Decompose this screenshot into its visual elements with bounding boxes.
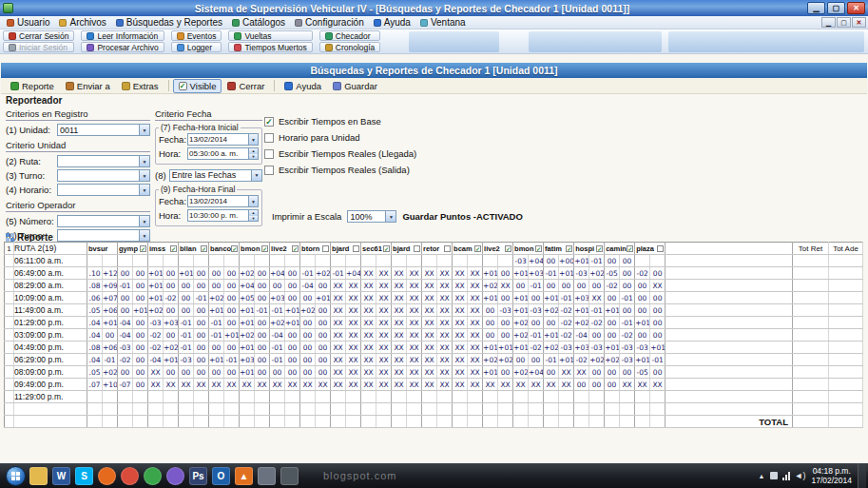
column-checkbox[interactable]: ✓ [627, 245, 633, 252]
spin-down-icon[interactable]: ▼ [249, 154, 258, 160]
hidden-icons-button[interactable]: ▲ [759, 473, 765, 479]
close-button[interactable]: ✕ [847, 2, 865, 14]
hora-inicial-input[interactable]: 05:30:00 a. m. ▲▼ [187, 147, 259, 160]
column-checkbox[interactable]: ✓ [566, 245, 572, 252]
report-toolbar-button-reporte[interactable]: Reporte [5, 79, 60, 93]
chrome-icon[interactable] [121, 467, 139, 485]
chevron-down-icon[interactable]: ▼ [139, 170, 149, 181]
toolbar-button-logger[interactable]: Logger [171, 42, 222, 52]
toolbar-button-tiempos-muertos[interactable]: Tiempos Muertos [228, 42, 312, 52]
start-button[interactable] [6, 466, 26, 486]
option-tiempos-reales-llegada[interactable]: Escribir Tiempos Reales (Llegada) [264, 146, 550, 162]
vlc-icon[interactable]: ▲ [235, 467, 253, 485]
report-toolbar-button-extras[interactable]: Extras [116, 79, 164, 93]
calendar-dropdown-icon[interactable]: ▼ [248, 134, 258, 145]
visible-checkbox-icon[interactable]: ✓ [179, 82, 187, 90]
column-checkbox[interactable] [414, 245, 420, 252]
escala-combo[interactable]: 100% ▼ [347, 210, 396, 223]
menu-item-configuracion[interactable]: Configuración [290, 16, 369, 29]
chevron-down-icon[interactable]: ▼ [251, 170, 261, 181]
column-checkbox[interactable] [322, 245, 329, 252]
turno-operador-combo[interactable]: ▼ [57, 229, 150, 242]
toolbar-button-vueltas[interactable]: Vueltas [228, 30, 312, 41]
column-checkbox[interactable]: ✓ [201, 245, 207, 252]
toolbar-button-iniciar-sesion[interactable]: Iniciar Sesión [3, 42, 74, 52]
column-checkbox[interactable]: ✓ [505, 245, 511, 252]
menu-item-ventana[interactable]: Ventana [415, 16, 471, 29]
unidad-combo[interactable]: 0011 ▼ [57, 124, 150, 136]
menu-item-archivos[interactable]: Archivos [54, 16, 110, 29]
report-toolbar-button-guardar[interactable]: Guardar [327, 79, 383, 93]
column-checkbox[interactable]: ✓ [292, 245, 299, 252]
column-checkbox[interactable]: ✓ [535, 245, 542, 252]
toolbar-button-leer-informacion[interactable]: Leer Información [81, 30, 164, 41]
column-checkbox[interactable]: ✓ [261, 245, 268, 252]
media-player-icon[interactable] [144, 467, 162, 485]
horario-combo[interactable]: ▼ [57, 184, 150, 196]
volume-icon[interactable]: ◄) [795, 471, 806, 480]
column-checkbox[interactable]: ✓ [140, 245, 146, 252]
spin-down-icon[interactable]: ▼ [249, 216, 258, 222]
chevron-down-icon[interactable]: ▼ [139, 185, 149, 195]
checkbox-icon[interactable] [264, 149, 274, 159]
word-icon[interactable]: W [52, 467, 70, 485]
column-checkbox[interactable]: ✓ [170, 245, 177, 252]
turno-combo[interactable]: ▼ [57, 169, 150, 182]
folder-icon[interactable] [29, 467, 48, 485]
menu-item-usuario[interactable]: Usuario [2, 16, 54, 29]
maximize-button[interactable]: ▢ [827, 2, 845, 14]
chevron-down-icon[interactable]: ▼ [139, 125, 149, 135]
checkbox-icon[interactable] [264, 166, 274, 175]
tray-app-icon[interactable] [770, 472, 778, 479]
option-horario-para-unidad[interactable]: Horario para Unidad [264, 129, 550, 146]
itunes-icon[interactable] [166, 467, 184, 485]
chevron-down-icon[interactable]: ▼ [139, 230, 149, 241]
column-checkbox[interactable]: ✓ [474, 245, 481, 252]
rango-combo[interactable]: Entre las Fechas ▼ [169, 169, 262, 182]
column-checkbox[interactable] [657, 245, 664, 252]
option-tiempos-reales-salida[interactable]: Escribir Tiempos Reales (Salida) [264, 162, 550, 178]
mdi-minimize-button[interactable]: ▁ [821, 17, 836, 28]
column-checkbox[interactable] [353, 245, 359, 252]
firefox-icon[interactable] [98, 467, 116, 485]
toolbar-button-cerrar-sesion[interactable]: Cerrar Sesión [3, 30, 74, 41]
option-escribir-tiempos-en-base[interactable]: ✓ Escribir Tiempos en Base [264, 113, 550, 129]
mdi-restore-button[interactable]: ▢ [837, 17, 851, 28]
toolbar-button-procesar-archivo[interactable]: Procesar Archivo [81, 42, 164, 52]
menu-item-catalogos[interactable]: Catálogos [227, 16, 290, 29]
column-checkbox[interactable]: ✓ [596, 245, 603, 252]
checkbox-icon[interactable] [264, 133, 274, 143]
chevron-down-icon[interactable]: ▼ [139, 216, 149, 226]
time-spinner[interactable]: ▲▼ [248, 148, 258, 159]
fecha-inicial-input[interactable]: 13/02/2014 ▼ [187, 133, 259, 146]
tray-settings-icon[interactable] [280, 467, 299, 485]
report-toolbar-button-ayuda[interactable]: Ayuda [279, 79, 327, 93]
toolbar-button-cronologia[interactable]: Cronología [319, 42, 381, 52]
checkbox-icon[interactable]: ✓ [264, 117, 274, 127]
network-icon[interactable] [782, 472, 790, 480]
report-toolbar-button-cerrar[interactable]: Cerrar [222, 79, 270, 93]
chevron-down-icon[interactable]: ▼ [385, 211, 395, 222]
report-toolbar-button-visible[interactable]: ✓Visible [173, 79, 222, 93]
outlook-icon[interactable]: O [212, 467, 230, 485]
fecha-final-input[interactable]: 13/02/2014 ▼ [187, 195, 259, 207]
toolbar-button-checador[interactable]: Checador [319, 30, 381, 41]
minimize-button[interactable]: ▁ [807, 2, 825, 14]
car-icon[interactable] [258, 467, 276, 485]
chevron-down-icon[interactable]: ▼ [139, 156, 149, 166]
menu-item-busquedas-y-reportes[interactable]: Búsquedas y Reportes [111, 16, 227, 29]
toolbar-button-eventos[interactable]: Eventos [171, 30, 222, 41]
column-checkbox[interactable] [444, 245, 451, 252]
photoshop-icon[interactable]: Ps [189, 467, 207, 485]
skype-icon[interactable]: S [75, 467, 93, 485]
menu-item-ayuda[interactable]: Ayuda [369, 16, 415, 29]
calendar-dropdown-icon[interactable]: ▼ [248, 196, 258, 206]
ruta-combo[interactable]: ▼ [57, 155, 150, 167]
numero-combo[interactable]: ▼ [57, 215, 150, 227]
column-checkbox[interactable]: ✓ [383, 245, 390, 252]
hora-final-input[interactable]: 10:30:00 p. m. ▲▼ [187, 209, 259, 222]
clock[interactable]: 04:18 p.m. 17/02/2014 [811, 466, 852, 485]
time-spinner[interactable]: ▲▼ [248, 210, 258, 221]
mdi-close-button[interactable]: ✕ [852, 17, 866, 28]
column-checkbox[interactable]: ✓ [231, 245, 238, 252]
